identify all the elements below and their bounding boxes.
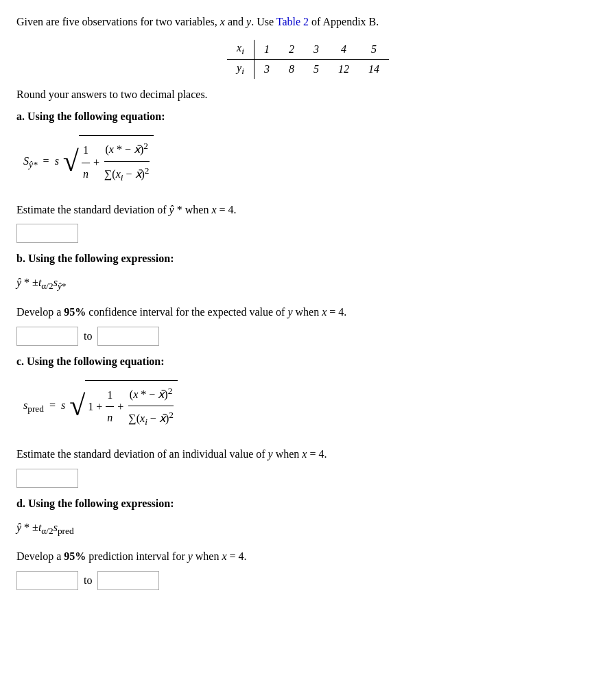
var-x: x	[220, 16, 225, 27]
sqrt-expr-c: √ 1 + 1 n + (x * − x̄)2 ∑(xi − x̄)2	[69, 380, 178, 434]
section-a-input-row	[16, 224, 600, 243]
yi-val-3: 5	[304, 60, 329, 80]
section-c-label: c. Using the following equation:	[16, 355, 600, 368]
section-c-input-row	[16, 469, 600, 488]
section-d-input-lower[interactable]	[16, 571, 78, 590]
round-instruction: Round your answers to two decimal places…	[16, 89, 600, 101]
section-b-to-label: to	[84, 330, 92, 342]
yi-header: yi	[227, 60, 254, 80]
formula-a: Sŷ* = s √ 1 n + (x * − x̄)2 ∑(xi − x̄)2	[23, 130, 600, 194]
section-b-input-row: to	[16, 327, 600, 346]
yi-val-5: 14	[359, 60, 389, 80]
intro-paragraph: Given are five observations for two vari…	[16, 14, 600, 30]
section-d-input-row: to	[16, 571, 600, 590]
section-a-estimate-text: Estimate the standard deviation of ŷ * w…	[16, 201, 600, 219]
sqrt-expr-a: √ 1 n + (x * − x̄)2 ∑(xi − x̄)2	[63, 135, 154, 189]
xi-val-5: 5	[359, 40, 389, 60]
section-a-label: a. Using the following equation:	[16, 110, 600, 123]
section-c-estimate-text: Estimate the standard deviation of an in…	[16, 445, 600, 463]
section-b-label: b. Using the following expression:	[16, 253, 600, 265]
section-d-develop-text: Develop a 95% prediction interval for y …	[16, 548, 600, 565]
formula-c: spred = s √ 1 + 1 n + (x * − x̄)2 ∑(xi −…	[23, 375, 600, 439]
observations-table: xi 1 2 3 4 5 yi 3 8 5 12 14	[227, 40, 389, 79]
xi-val-1: 1	[254, 40, 279, 60]
yi-val-4: 12	[329, 60, 359, 80]
section-b-input-upper[interactable]	[97, 327, 159, 346]
yi-val-2: 8	[279, 60, 304, 80]
section-d-to-label: to	[84, 574, 92, 587]
section-b-input-lower[interactable]	[16, 327, 78, 346]
xi-val-3: 3	[304, 40, 329, 60]
formula-d: ŷ * ±tα/2spred	[16, 515, 600, 541]
section-d-label: d. Using the following expression:	[16, 498, 600, 510]
section-c-input[interactable]	[16, 469, 78, 488]
s-yhat-lhs: Sŷ* = s	[23, 150, 59, 174]
xi-header: xi	[227, 40, 254, 60]
formula-b: ŷ * ±tα/2sŷ*	[16, 270, 600, 296]
table-2-link[interactable]: Table 2	[276, 16, 309, 27]
xi-val-4: 4	[329, 40, 359, 60]
section-a-input[interactable]	[16, 224, 78, 243]
xi-val-2: 2	[279, 40, 304, 60]
section-d-input-upper[interactable]	[97, 571, 159, 590]
section-b-develop-text: Develop a 95% confidence interval for th…	[16, 303, 600, 321]
spred-lhs: spred = s	[23, 395, 65, 419]
yi-val-1: 3	[254, 60, 279, 80]
var-y: y	[246, 16, 251, 27]
